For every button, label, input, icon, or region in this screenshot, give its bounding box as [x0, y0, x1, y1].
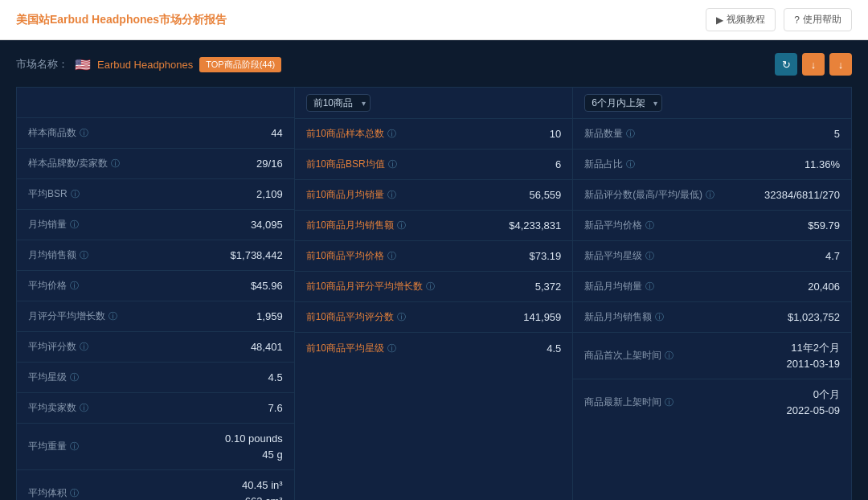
- info-icon-latest-listed[interactable]: ⓘ: [665, 396, 674, 408]
- value-new-reviews: 32384/6811/270: [764, 189, 840, 201]
- row-avg-volume: 平均体积 ⓘ 40.45 in³663 cm³: [17, 470, 294, 500]
- value-top10-sales: 56,559: [530, 189, 562, 201]
- label-new-rating: 新品平均星级 ⓘ: [584, 249, 654, 263]
- download-button-2[interactable]: ↓: [829, 53, 852, 76]
- panel2-header: 前10商品: [295, 88, 573, 119]
- info-icon-new-ratio[interactable]: ⓘ: [626, 158, 635, 170]
- row-new-reviews: 新品评分数(最高/平均/最低) ⓘ 32384/6811/270: [573, 180, 851, 211]
- label-top10-rating: 前10商品平均星级 ⓘ: [306, 342, 396, 355]
- help-button[interactable]: ? 使用帮助: [784, 8, 852, 31]
- value-latest-listed: 0个月2022-05-09: [786, 387, 840, 418]
- panel3-header: 6个月内上架: [573, 88, 851, 119]
- title-brand: Earbud Headphones: [50, 13, 159, 26]
- info-icon-avg-reviews[interactable]: ⓘ: [80, 341, 88, 353]
- value-top10-price: $73.19: [530, 250, 562, 262]
- row-top10-price: 前10商品平均价格 ⓘ $73.19: [295, 241, 573, 272]
- value-avg-rating: 4.5: [268, 371, 283, 383]
- info-icon-brand-seller[interactable]: ⓘ: [111, 158, 120, 170]
- info-icon-new-count[interactable]: ⓘ: [626, 128, 635, 140]
- label-top10-review-growth: 前10商品月评分平均增长数 ⓘ: [306, 280, 435, 293]
- row-top10-bsr: 前10商品BSR均值 ⓘ 6: [295, 150, 573, 180]
- main-content: 市场名称： 🇺🇸 Earbud Headphones TOP商品阶段(44) ↻…: [0, 40, 868, 500]
- row-avg-reviews: 平均评分数 ⓘ 48,401: [17, 332, 294, 363]
- row-new-ratio: 新品占比 ⓘ 11.36%: [573, 150, 851, 180]
- label-new-ratio: 新品占比 ⓘ: [584, 158, 635, 171]
- label-avg-bsr: 平均BSR ⓘ: [28, 187, 80, 201]
- video-tutorial-button[interactable]: ▶ 视频教程: [706, 8, 776, 31]
- info-icon-monthly-revenue[interactable]: ⓘ: [80, 249, 88, 261]
- info-icon-avg-sellers[interactable]: ⓘ: [80, 402, 88, 414]
- market-name-row: 市场名称： 🇺🇸 Earbud Headphones TOP商品阶段(44): [16, 57, 281, 72]
- info-icon-top10-rating[interactable]: ⓘ: [387, 342, 396, 355]
- value-avg-sellers: 7.6: [268, 402, 283, 414]
- info-icon-avg-bsr[interactable]: ⓘ: [71, 188, 80, 200]
- new-product-dropdown-wrap: 6个月内上架: [584, 94, 662, 112]
- label-top10-revenue: 前10商品月均销售额 ⓘ: [306, 219, 406, 232]
- row-top10-sales: 前10商品月均销量 ⓘ 56,559: [295, 180, 573, 211]
- row-new-rating: 新品平均星级 ⓘ 4.7: [573, 241, 851, 272]
- market-name: Earbud Headphones: [97, 59, 193, 71]
- label-latest-listed: 商品最新上架时间 ⓘ: [584, 395, 674, 409]
- info-icon-top10-bsr[interactable]: ⓘ: [388, 158, 397, 170]
- info-icon-sample-count[interactable]: ⓘ: [80, 127, 88, 139]
- value-new-ratio: 11.36%: [805, 158, 840, 170]
- value-top10-total: 10: [550, 128, 561, 140]
- row-new-monthly-revenue: 新品月均销售额 ⓘ $1,023,752: [573, 302, 851, 333]
- row-top10-revenue: 前10商品月均销售额 ⓘ $4,233,831: [295, 211, 573, 241]
- panel-market-stats: 样本商品数 ⓘ 44 样本品牌数/卖家数 ⓘ 29/16 平均BSR ⓘ 2,1…: [16, 87, 295, 500]
- info-icon-new-reviews[interactable]: ⓘ: [706, 189, 714, 201]
- value-avg-volume: 40.45 in³663 cm³: [242, 477, 283, 500]
- label-top10-sales: 前10商品月均销量 ⓘ: [306, 188, 396, 202]
- market-label: 市场名称：: [16, 57, 68, 72]
- value-sample-count: 44: [271, 127, 282, 139]
- info-icon-avg-review-growth[interactable]: ⓘ: [108, 310, 117, 322]
- value-monthly-revenue: $1,738,442: [231, 249, 283, 261]
- info-icon-top10-sales[interactable]: ⓘ: [387, 189, 396, 201]
- label-avg-weight: 平均重量 ⓘ: [28, 440, 79, 453]
- row-top10-reviews: 前10商品平均评分数 ⓘ 141,959: [295, 302, 573, 333]
- label-new-monthly-revenue: 新品月均销售额 ⓘ: [584, 310, 664, 324]
- info-icon-first-listed[interactable]: ⓘ: [665, 350, 674, 362]
- value-avg-reviews: 48,401: [251, 341, 283, 353]
- data-grid: 样本商品数 ⓘ 44 样本品牌数/卖家数 ⓘ 29/16 平均BSR ⓘ 2,1…: [16, 87, 852, 500]
- label-monthly-revenue: 月均销售额 ⓘ: [28, 248, 88, 262]
- title-suffix: 市场分析报告: [159, 13, 227, 26]
- info-icon-avg-price[interactable]: ⓘ: [70, 280, 79, 292]
- info-icon-top10-reviews[interactable]: ⓘ: [397, 311, 406, 323]
- value-avg-bsr: 2,109: [256, 188, 283, 200]
- row-top10-total: 前10商品样本总数 ⓘ 10: [295, 119, 573, 150]
- row-avg-price: 平均价格 ⓘ $45.96: [17, 271, 294, 301]
- refresh-button[interactable]: ↻: [775, 53, 797, 76]
- info-icon-avg-volume[interactable]: ⓘ: [70, 487, 79, 499]
- label-top10-reviews: 前10商品平均评分数 ⓘ: [306, 310, 406, 324]
- info-icon-new-monthly-revenue[interactable]: ⓘ: [655, 311, 664, 323]
- info-icon-new-price[interactable]: ⓘ: [645, 219, 654, 232]
- value-new-price: $59.79: [808, 219, 840, 232]
- info-icon-new-rating[interactable]: ⓘ: [645, 250, 654, 262]
- value-new-rating: 4.7: [825, 250, 840, 262]
- label-avg-sellers: 平均卖家数 ⓘ: [28, 401, 88, 415]
- info-icon-top10-review-growth[interactable]: ⓘ: [426, 281, 435, 293]
- row-top10-review-growth: 前10商品月评分平均增长数 ⓘ 5,372: [295, 272, 573, 302]
- value-avg-price: $45.96: [251, 280, 283, 292]
- label-avg-volume: 平均体积 ⓘ: [28, 486, 79, 500]
- info-icon-top10-total[interactable]: ⓘ: [387, 128, 396, 140]
- label-top10-total: 前10商品样本总数 ⓘ: [306, 127, 396, 141]
- row-avg-rating: 平均星级 ⓘ 4.5: [17, 363, 294, 393]
- row-latest-listed: 商品最新上架时间 ⓘ 0个月2022-05-09: [573, 379, 851, 425]
- label-new-count: 新品数量 ⓘ: [584, 127, 635, 141]
- new-product-dropdown[interactable]: 6个月内上架: [584, 94, 662, 112]
- label-new-price: 新品平均价格 ⓘ: [584, 219, 654, 232]
- info-icon-monthly-sales[interactable]: ⓘ: [70, 219, 79, 231]
- row-avg-review-growth: 月评分平均增长数 ⓘ 1,959: [17, 301, 294, 332]
- info-icon-top10-price[interactable]: ⓘ: [387, 250, 396, 262]
- top10-dropdown[interactable]: 前10商品: [306, 94, 371, 112]
- row-avg-sellers: 平均卖家数 ⓘ 7.6: [17, 393, 294, 424]
- value-brand-seller: 29/16: [256, 158, 283, 170]
- info-icon-top10-revenue[interactable]: ⓘ: [397, 219, 406, 232]
- info-icon-avg-rating[interactable]: ⓘ: [70, 371, 79, 383]
- download-button-1[interactable]: ↓: [802, 53, 825, 76]
- info-icon-avg-weight[interactable]: ⓘ: [70, 441, 79, 453]
- label-new-reviews: 新品评分数(最高/平均/最低) ⓘ: [584, 188, 714, 202]
- info-icon-new-monthly-sales[interactable]: ⓘ: [645, 281, 654, 293]
